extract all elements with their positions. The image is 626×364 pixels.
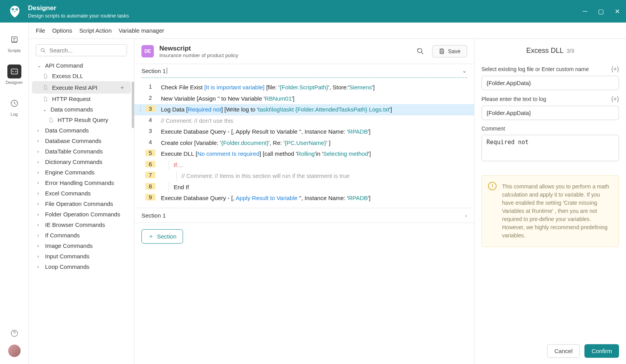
line-content: Execute DLL [No comment Is required] [ca… (161, 150, 467, 158)
designer-icon (7, 64, 21, 78)
chevron-right-icon: › (37, 222, 43, 228)
tree-item-image-commands[interactable]: ›Image Commands (29, 240, 134, 251)
app-title: Designer (28, 4, 583, 12)
tree-item-ie-browser-commands[interactable]: ›IE Browser Commands (29, 219, 134, 230)
script-line[interactable]: ⋮⋮6If.... (134, 160, 474, 171)
tree-item-input-commands[interactable]: ›Input Commands (29, 251, 134, 261)
line-number: 9 (145, 194, 155, 200)
line-content: New Variable [Assign '' to New Variable … (161, 94, 467, 103)
file-icon (43, 73, 49, 79)
tree-item-data-commands[interactable]: ›Data Commands (29, 125, 134, 136)
svg-point-8 (41, 48, 44, 51)
chevron-right-icon: › (37, 243, 43, 249)
menu-file[interactable]: File (36, 27, 45, 34)
script-line[interactable]: ⋮⋮4// Comment: // don't use this (134, 115, 474, 127)
tree-item-http-result-query[interactable]: HTTP Result Query (29, 115, 134, 125)
script-line[interactable]: ⋮⋮3Execute Database Query - [, Apply Res… (134, 126, 474, 138)
section-1-header[interactable]: Section 1 ⌄ (134, 64, 474, 77)
cancel-button[interactable]: Cancel (547, 344, 580, 358)
app-logo-icon (6, 3, 23, 20)
search-input[interactable] (49, 47, 123, 54)
field-label-log-file: Select existing log file or Enter custom… (481, 66, 589, 72)
rail-item-log[interactable]: Log (0, 94, 28, 119)
menu-script-action[interactable]: Script Action (79, 27, 112, 34)
chevron-right-icon: › (465, 212, 467, 219)
tree-item-engine-commands[interactable]: ›Engine Commands (29, 167, 134, 178)
insert-variable-icon[interactable]: {+} (611, 96, 619, 103)
drag-handle-icon[interactable]: ⋮⋮ (138, 105, 145, 112)
script-line[interactable]: ⋮⋮4Create color [Variable: '{Folder.docu… (134, 138, 474, 149)
tree-item-loop-commands[interactable]: ›Loop Commands (29, 261, 134, 272)
chevron-right-icon: › (37, 128, 43, 133)
insert-variable-icon[interactable]: {+} (611, 66, 619, 73)
tree-item-file-operation-commands[interactable]: ›File Operation Commands (29, 199, 134, 209)
log-file-input[interactable] (481, 76, 619, 90)
line-content: Check File Exist [It is important variab… (161, 83, 467, 92)
line-number: 8 (145, 183, 155, 190)
comment-input[interactable] (481, 135, 619, 161)
line-number: 4 (145, 139, 155, 145)
tree-item-http-request[interactable]: HTTP Request (29, 94, 134, 104)
maximize-icon[interactable]: ▢ (598, 8, 604, 15)
line-content: If.... (169, 161, 467, 170)
text-to-log-input[interactable] (481, 106, 619, 120)
tree-item-if-commands[interactable]: ›If Commands (29, 230, 134, 240)
script-line[interactable]: ⋮⋮7// Comment: // Items in this section … (134, 171, 474, 182)
nav-rail: Scripts Designer Log (0, 23, 29, 364)
file-icon (43, 85, 49, 90)
tree-item-error-handling-commands[interactable]: ›Error Handling Commands (29, 178, 134, 188)
add-command-button[interactable]: ＋ (118, 83, 126, 92)
tree-item-datatable-commands[interactable]: ›DataTable Commands (29, 146, 134, 157)
svg-rect-10 (441, 49, 443, 50)
close-icon[interactable]: ✕ (615, 8, 620, 15)
save-icon (439, 48, 445, 54)
chevron-right-icon: › (37, 180, 43, 186)
properties-panel: Excess DLL 3/9 Select existing log file … (474, 39, 626, 364)
script-line[interactable]: ⋮⋮9Execute Database Query - [, Apply Res… (134, 193, 474, 204)
add-section-button[interactable]: ＋ Section (141, 229, 183, 244)
chevron-right-icon: › (37, 159, 43, 165)
section-1-footer[interactable]: Section 1 › (134, 208, 474, 223)
rail-item-scripts[interactable]: Scripts (0, 30, 28, 55)
tree-item-api-command[interactable]: ⌄API Command (29, 60, 134, 71)
help-icon[interactable] (10, 329, 19, 338)
user-avatar[interactable] (8, 345, 21, 357)
chevron-down-icon[interactable]: ⌄ (462, 67, 467, 74)
line-content: // Comment: // Items in this section wil… (176, 172, 467, 181)
search-variables-icon[interactable] (413, 44, 427, 58)
script-line[interactable]: ⋮⋮8End If (134, 182, 474, 193)
tree-item-database-commands[interactable]: ›Database Commands (29, 136, 134, 146)
line-number: 4 (145, 117, 155, 123)
tree-item-dictionary-commands[interactable]: ›Dictionary Commands (29, 157, 134, 167)
script-line[interactable]: ⋮⋮2New Variable [Assign '' to New Variab… (134, 93, 474, 104)
scrollbar[interactable] (132, 82, 134, 128)
line-number: 5 (145, 150, 155, 156)
script-line[interactable]: ⋮⋮1Check File Exist [It is important var… (134, 82, 474, 93)
script-line[interactable]: ⋮⋮5Execute DLL [No comment Is required] … (134, 148, 474, 160)
svg-rect-5 (11, 69, 17, 74)
plus-icon: ＋ (148, 233, 154, 240)
rail-label: Scripts (8, 48, 21, 53)
chevron-right-icon: › (37, 201, 43, 207)
file-icon (43, 96, 49, 102)
tree-item-folder-operation-commands[interactable]: ›Folder Operation Commands (29, 209, 134, 219)
svg-rect-11 (441, 52, 443, 53)
chevron-right-icon: › (37, 264, 43, 270)
menu-variable-manager[interactable]: Variable manager (119, 27, 164, 34)
chevron-right-icon: › (37, 138, 43, 144)
search-input-wrap[interactable] (36, 44, 127, 56)
search-icon (40, 47, 46, 54)
script-line[interactable]: ⋮⋮3Log Data [Required not] [Write log to… (134, 104, 474, 115)
rail-item-designer[interactable]: Designer (0, 62, 28, 87)
tree-item-excess-dll[interactable]: Excess DLL (29, 71, 134, 81)
menu-options[interactable]: Options (52, 27, 72, 34)
scripts-icon (7, 33, 21, 47)
confirm-button[interactable]: Confirm (584, 344, 619, 358)
tree-item-excel-commands[interactable]: ›Excel Commands (29, 188, 134, 199)
line-number: 3 (145, 105, 155, 112)
save-button[interactable]: Save (432, 45, 467, 57)
tree-item-execute-rest-api[interactable]: Execute Rest API ＋ (32, 81, 131, 94)
tree-item-data-commands-nested[interactable]: ⌄Data commands (29, 104, 134, 115)
script-title: Newscript (159, 45, 408, 52)
minimize-icon[interactable]: ─ (583, 8, 587, 15)
